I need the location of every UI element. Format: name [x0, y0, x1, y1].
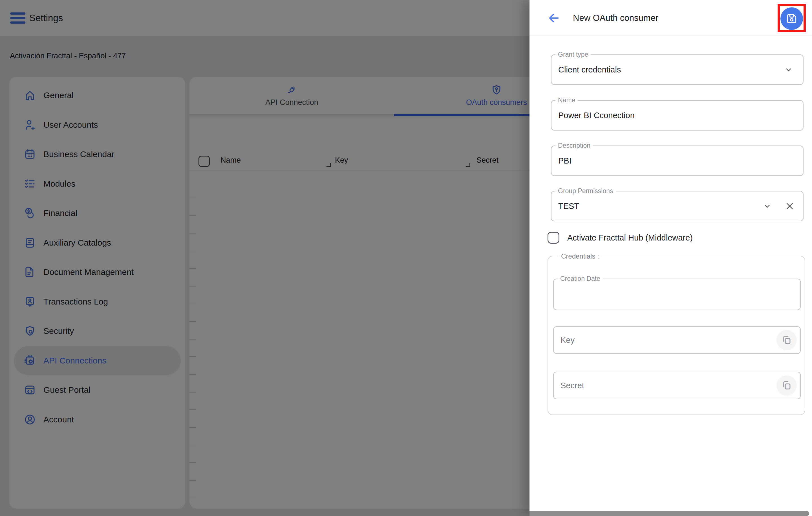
key-field[interactable]: Key [553, 326, 801, 354]
field-label: Grant type [555, 51, 591, 58]
save-icon [785, 12, 798, 25]
arrow-left-icon [546, 11, 561, 25]
panel-header: New OAuth consumer [529, 0, 812, 36]
field-value: Client credentials [558, 65, 621, 75]
grant-type-select[interactable]: Grant type Client credentials [551, 54, 804, 85]
copy-icon [781, 380, 792, 391]
chevron-down-icon[interactable] [762, 201, 772, 211]
field-label: Description [555, 142, 593, 149]
copy-icon [781, 335, 792, 345]
credentials-legend: Credentials : [558, 252, 602, 260]
app-window: Settings Activación Fracttal - Español -… [0, 0, 812, 516]
activate-hub-checkbox[interactable] [548, 232, 559, 243]
description-field[interactable]: Description PBI [551, 145, 804, 176]
creation-date-field[interactable]: Creation Date [553, 279, 801, 310]
name-field[interactable]: Name Power BI Cconection [551, 100, 804, 131]
horizontal-scrollbar[interactable] [529, 511, 809, 516]
field-value: TEST [558, 202, 579, 211]
field-value: PBI [558, 156, 572, 166]
field-label: Group Permissions [555, 187, 616, 195]
secret-field[interactable]: Secret [553, 372, 801, 399]
copy-secret-button[interactable] [777, 375, 797, 396]
field-value: Power BI Cconection [558, 111, 635, 120]
clear-x-icon[interactable] [784, 201, 795, 211]
new-oauth-consumer-panel: New OAuth consumer Grant type Client cre… [529, 0, 812, 516]
field-label: Creation Date [558, 275, 603, 283]
copy-key-button[interactable] [777, 330, 797, 350]
group-permissions-select[interactable]: Group Permissions TEST [551, 191, 804, 221]
field-placeholder: Secret [560, 381, 584, 390]
activate-hub-row: Activate Fracttal Hub (Middleware) [548, 232, 693, 243]
field-placeholder: Key [560, 336, 575, 345]
back-button[interactable] [546, 11, 561, 25]
save-button[interactable] [780, 7, 803, 30]
chevron-down-icon[interactable] [784, 65, 793, 75]
activate-hub-label: Activate Fracttal Hub (Middleware) [567, 233, 693, 242]
panel-title: New OAuth consumer [573, 0, 658, 36]
field-label: Name [555, 96, 578, 104]
